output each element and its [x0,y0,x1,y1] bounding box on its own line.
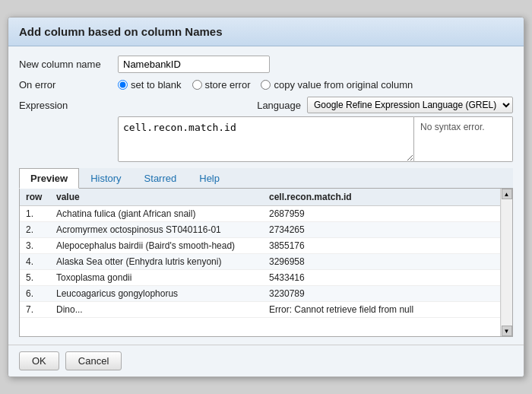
dialog-body: New column name On error set to blank st… [8,46,524,345]
cell-value: Alaska Sea otter (Enhydra lutris kenyoni… [50,254,263,270]
cell-row: 3. [20,238,50,254]
language-label: Language [257,100,301,111]
cell-result: 3855176 [263,238,512,254]
preview-table: row value cell.recon.match.id 1.Achatina… [20,189,512,318]
scrollbar[interactable]: ▲ ▼ [500,189,512,336]
table-row: 7.Dino...Error: Cannot retrieve field fr… [20,302,512,318]
col-header-result: cell.recon.match.id [263,189,512,206]
cell-value: Dino... [50,302,263,318]
dialog-title: Add column based on column Names [8,17,524,46]
expr-area-label [19,116,118,121]
cell-result: 3296958 [263,254,512,270]
cell-value: Alepocephalus bairdii (Baird's smooth-he… [50,238,263,254]
ok-button[interactable]: OK [19,351,59,370]
cell-value: Toxoplasma gondii [50,270,263,286]
scroll-down-btn[interactable]: ▼ [502,326,512,336]
language-select[interactable]: Google Refine Expression Language (GREL) [307,97,513,113]
table-row: 5.Toxoplasma gondii5433416 [20,270,512,286]
cell-value: Leucoagaricus gongylophorus [50,286,263,302]
scroll-track [502,199,512,326]
expression-area-row: cell.recon.match.id No syntax error. [19,116,513,162]
table-row: 4.Alaska Sea otter (Enhydra lutris kenyo… [20,254,512,270]
cell-result: 3230789 [263,286,512,302]
table-row: 2.Acromyrmex octospinosus ST040116-01273… [20,222,512,238]
on-error-store[interactable]: store error [192,79,251,91]
cell-row: 5. [20,270,50,286]
tab-starred[interactable]: Starred [133,168,188,188]
cell-result: 5433416 [263,270,512,286]
table-row: 6.Leucoagaricus gongylophorus3230789 [20,286,512,302]
cell-row: 6. [20,286,50,302]
table-row: 1.Achatina fulica (giant African snail)2… [20,206,512,222]
on-error-blank[interactable]: set to blank [118,79,182,91]
dialog-footer: OK Cancel [8,345,524,377]
col-header-row: row [20,189,50,206]
cell-row: 1. [20,206,50,222]
on-error-copy[interactable]: copy value from original column [261,79,413,91]
expr-area-wrapper: cell.recon.match.id No syntax error. [118,116,513,162]
new-column-name-input[interactable] [118,56,270,73]
tab-preview[interactable]: Preview [19,168,79,189]
on-error-options: set to blank store error copy value from… [118,79,413,91]
on-error-row: On error set to blank store error copy v… [19,79,513,91]
new-column-name-row: New column name [19,56,513,73]
cell-row: 2. [20,222,50,238]
scroll-up-btn[interactable]: ▲ [502,189,512,199]
cell-row: 7. [20,302,50,318]
cell-result: 2687959 [263,206,512,222]
cell-result: Error: Cannot retrieve field from null [263,302,512,318]
new-column-name-label: New column name [19,59,118,70]
expression-language-row: Expression Language Google Refine Expres… [19,97,513,113]
tabs-bar: Preview History Starred Help [19,168,513,189]
cancel-button[interactable]: Cancel [65,351,122,370]
cell-value: Achatina fulica (giant African snail) [50,206,263,222]
tab-help[interactable]: Help [188,168,231,188]
cell-value: Acromyrmex octospinosus ST040116-01 [50,222,263,238]
expression-textarea[interactable]: cell.recon.match.id [118,116,414,162]
cell-row: 4. [20,254,50,270]
table-header-row: row value cell.recon.match.id [20,189,512,206]
preview-table-container: row value cell.recon.match.id 1.Achatina… [19,189,513,337]
table-body: 1.Achatina fulica (giant African snail)2… [20,206,512,318]
on-error-label: On error [19,79,118,91]
dialog: Add column based on column Names New col… [8,17,524,377]
cell-result: 2734265 [263,222,512,238]
col-header-value: value [50,189,263,206]
syntax-status: No syntax error. [414,116,513,162]
tab-history[interactable]: History [79,168,132,188]
expression-label: Expression [19,100,118,111]
table-row: 3.Alepocephalus bairdii (Baird's smooth-… [20,238,512,254]
